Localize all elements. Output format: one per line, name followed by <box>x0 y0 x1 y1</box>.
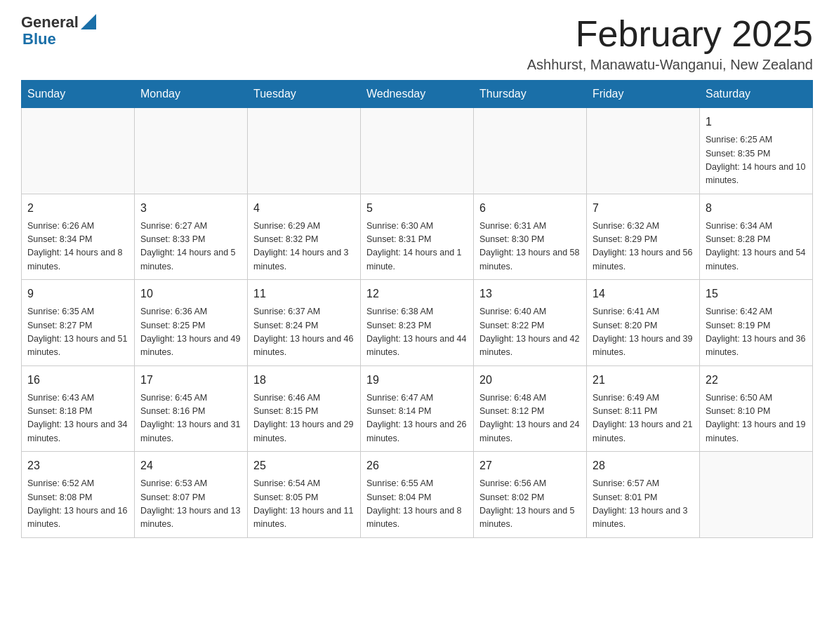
calendar-day-cell: 1Sunrise: 6:25 AMSunset: 8:35 PMDaylight… <box>700 108 813 194</box>
day-number: 27 <box>479 457 581 474</box>
day-info: Sunrise: 6:30 AMSunset: 8:31 PMDaylight:… <box>366 220 468 274</box>
calendar-day-cell: 21Sunrise: 6:49 AMSunset: 8:11 PMDayligh… <box>587 365 700 452</box>
calendar-week-row: 1Sunrise: 6:25 AMSunset: 8:35 PMDaylight… <box>22 108 813 194</box>
day-info: Sunrise: 6:56 AMSunset: 8:02 PMDaylight:… <box>479 477 581 532</box>
day-number: 5 <box>366 200 468 217</box>
day-info: Sunrise: 6:41 AMSunset: 8:20 PMDaylight:… <box>593 305 694 360</box>
calendar-day-cell <box>361 108 474 194</box>
day-number: 13 <box>479 286 581 302</box>
logo: General Blue <box>21 14 96 48</box>
day-number: 26 <box>366 457 468 474</box>
logo-blue-text: Blue <box>22 31 96 48</box>
day-info: Sunrise: 6:29 AMSunset: 8:32 PMDaylight:… <box>253 220 355 274</box>
day-info: Sunrise: 6:25 AMSunset: 8:35 PMDaylight:… <box>706 133 807 188</box>
day-info: Sunrise: 6:47 AMSunset: 8:14 PMDaylight:… <box>366 391 468 446</box>
day-number: 6 <box>479 200 581 217</box>
calendar-day-cell: 8Sunrise: 6:34 AMSunset: 8:28 PMDaylight… <box>700 194 813 280</box>
day-number: 12 <box>366 286 468 302</box>
day-info: Sunrise: 6:43 AMSunset: 8:18 PMDaylight:… <box>27 391 128 446</box>
day-info: Sunrise: 6:26 AMSunset: 8:34 PMDaylight:… <box>27 220 128 274</box>
calendar-day-cell: 12Sunrise: 6:38 AMSunset: 8:23 PMDayligh… <box>361 280 474 366</box>
page-header: General Blue February 2025 Ashhurst, Man… <box>21 14 813 73</box>
day-number: 7 <box>593 200 694 217</box>
calendar-day-cell: 25Sunrise: 6:54 AMSunset: 8:05 PMDayligh… <box>248 452 361 538</box>
calendar-day-cell: 24Sunrise: 6:53 AMSunset: 8:07 PMDayligh… <box>135 452 248 538</box>
day-info: Sunrise: 6:42 AMSunset: 8:19 PMDaylight:… <box>706 305 807 360</box>
calendar-day-cell: 19Sunrise: 6:47 AMSunset: 8:14 PMDayligh… <box>361 365 474 452</box>
day-info: Sunrise: 6:57 AMSunset: 8:01 PMDaylight:… <box>593 477 694 532</box>
calendar-day-cell: 11Sunrise: 6:37 AMSunset: 8:24 PMDayligh… <box>248 280 361 366</box>
day-number: 1 <box>706 114 807 130</box>
calendar-day-cell: 14Sunrise: 6:41 AMSunset: 8:20 PMDayligh… <box>587 280 700 366</box>
calendar-week-row: 16Sunrise: 6:43 AMSunset: 8:18 PMDayligh… <box>22 365 813 452</box>
day-number: 19 <box>366 372 468 389</box>
calendar-day-cell: 18Sunrise: 6:46 AMSunset: 8:15 PMDayligh… <box>248 365 361 452</box>
day-info: Sunrise: 6:35 AMSunset: 8:27 PMDaylight:… <box>27 305 128 360</box>
page-title: February 2025 <box>527 14 813 54</box>
day-number: 11 <box>253 286 355 302</box>
day-info: Sunrise: 6:34 AMSunset: 8:28 PMDaylight:… <box>706 220 807 274</box>
day-info: Sunrise: 6:50 AMSunset: 8:10 PMDaylight:… <box>706 391 807 446</box>
day-info: Sunrise: 6:53 AMSunset: 8:07 PMDaylight:… <box>140 477 241 532</box>
day-number: 2 <box>27 200 128 217</box>
calendar-week-row: 2Sunrise: 6:26 AMSunset: 8:34 PMDaylight… <box>22 194 813 280</box>
calendar-day-header: Monday <box>135 81 248 108</box>
calendar-week-row: 23Sunrise: 6:52 AMSunset: 8:08 PMDayligh… <box>22 452 813 538</box>
day-info: Sunrise: 6:38 AMSunset: 8:23 PMDaylight:… <box>366 305 468 360</box>
day-number: 10 <box>140 286 241 302</box>
day-number: 9 <box>27 286 128 302</box>
day-number: 17 <box>140 372 241 389</box>
calendar-day-cell: 23Sunrise: 6:52 AMSunset: 8:08 PMDayligh… <box>22 452 135 538</box>
calendar-day-cell: 13Sunrise: 6:40 AMSunset: 8:22 PMDayligh… <box>474 280 587 366</box>
day-info: Sunrise: 6:49 AMSunset: 8:11 PMDaylight:… <box>593 391 694 446</box>
calendar-day-cell: 20Sunrise: 6:48 AMSunset: 8:12 PMDayligh… <box>474 365 587 452</box>
calendar-day-cell <box>587 108 700 194</box>
day-number: 8 <box>706 200 807 217</box>
calendar-day-cell: 10Sunrise: 6:36 AMSunset: 8:25 PMDayligh… <box>135 280 248 366</box>
day-info: Sunrise: 6:27 AMSunset: 8:33 PMDaylight:… <box>140 220 241 274</box>
day-number: 21 <box>593 372 694 389</box>
calendar-day-cell: 6Sunrise: 6:31 AMSunset: 8:30 PMDaylight… <box>474 194 587 280</box>
day-number: 3 <box>140 200 241 217</box>
day-number: 25 <box>253 457 355 474</box>
day-number: 15 <box>706 286 807 302</box>
calendar-day-cell: 27Sunrise: 6:56 AMSunset: 8:02 PMDayligh… <box>474 452 587 538</box>
calendar-table: SundayMondayTuesdayWednesdayThursdayFrid… <box>21 80 813 538</box>
day-info: Sunrise: 6:31 AMSunset: 8:30 PMDaylight:… <box>479 220 581 274</box>
calendar-day-cell <box>22 108 135 194</box>
day-info: Sunrise: 6:52 AMSunset: 8:08 PMDaylight:… <box>27 477 128 532</box>
title-block: February 2025 Ashhurst, Manawatu-Wanganu… <box>527 14 813 73</box>
day-info: Sunrise: 6:55 AMSunset: 8:04 PMDaylight:… <box>366 477 468 532</box>
logo-general-text: General <box>21 14 79 31</box>
calendar-day-cell: 17Sunrise: 6:45 AMSunset: 8:16 PMDayligh… <box>135 365 248 452</box>
day-number: 20 <box>479 372 581 389</box>
calendar-day-cell: 4Sunrise: 6:29 AMSunset: 8:32 PMDaylight… <box>248 194 361 280</box>
day-info: Sunrise: 6:54 AMSunset: 8:05 PMDaylight:… <box>253 477 355 532</box>
logo-triangle-icon <box>81 14 96 29</box>
calendar-day-cell: 3Sunrise: 6:27 AMSunset: 8:33 PMDaylight… <box>135 194 248 280</box>
calendar-day-cell <box>248 108 361 194</box>
day-number: 28 <box>593 457 694 474</box>
day-info: Sunrise: 6:46 AMSunset: 8:15 PMDaylight:… <box>253 391 355 446</box>
calendar-header-row: SundayMondayTuesdayWednesdayThursdayFrid… <box>22 81 813 108</box>
day-number: 23 <box>27 457 128 474</box>
calendar-day-cell: 7Sunrise: 6:32 AMSunset: 8:29 PMDaylight… <box>587 194 700 280</box>
calendar-day-cell: 9Sunrise: 6:35 AMSunset: 8:27 PMDaylight… <box>22 280 135 366</box>
day-info: Sunrise: 6:40 AMSunset: 8:22 PMDaylight:… <box>479 305 581 360</box>
calendar-day-header: Saturday <box>700 81 813 108</box>
svg-marker-0 <box>81 14 96 29</box>
calendar-day-cell: 26Sunrise: 6:55 AMSunset: 8:04 PMDayligh… <box>361 452 474 538</box>
calendar-day-cell: 2Sunrise: 6:26 AMSunset: 8:34 PMDaylight… <box>22 194 135 280</box>
day-info: Sunrise: 6:45 AMSunset: 8:16 PMDaylight:… <box>140 391 241 446</box>
calendar-day-header: Sunday <box>22 81 135 108</box>
calendar-week-row: 9Sunrise: 6:35 AMSunset: 8:27 PMDaylight… <box>22 280 813 366</box>
day-number: 18 <box>253 372 355 389</box>
day-info: Sunrise: 6:37 AMSunset: 8:24 PMDaylight:… <box>253 305 355 360</box>
calendar-day-cell: 16Sunrise: 6:43 AMSunset: 8:18 PMDayligh… <box>22 365 135 452</box>
calendar-day-cell <box>700 452 813 538</box>
calendar-day-cell <box>135 108 248 194</box>
day-info: Sunrise: 6:48 AMSunset: 8:12 PMDaylight:… <box>479 391 581 446</box>
calendar-day-header: Thursday <box>474 81 587 108</box>
calendar-day-cell: 28Sunrise: 6:57 AMSunset: 8:01 PMDayligh… <box>587 452 700 538</box>
day-number: 22 <box>706 372 807 389</box>
